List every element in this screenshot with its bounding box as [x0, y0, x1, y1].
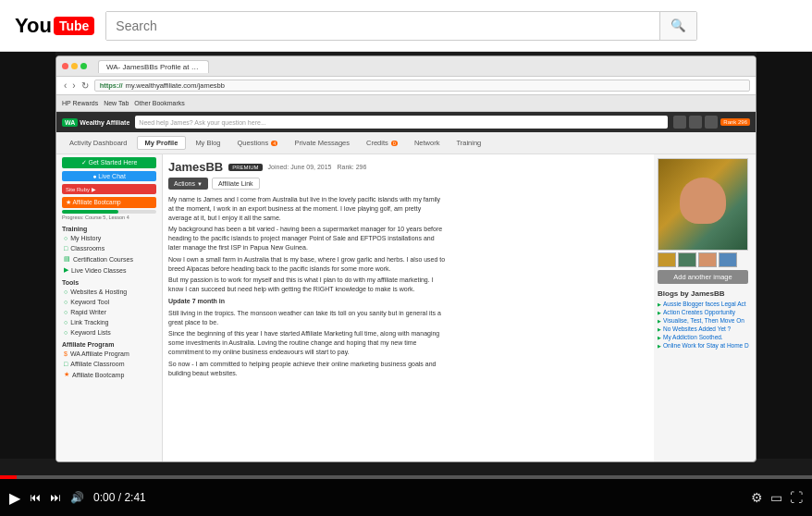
sidebar-affiliate-bootcamp-link[interactable]: ★Affiliate Bootcamp [56, 369, 162, 380]
blog-item-3[interactable]: Visualise, Test, Then Move On [658, 317, 752, 324]
profile-actions: Actions ▼ Affiliate Link [168, 178, 648, 190]
tab-training[interactable]: Training [449, 137, 488, 149]
wa-right-panel: Add another image Blogs by JamesBB Aussi… [654, 154, 756, 462]
profile-header: JamesBB PREMIUM Joined: June 09, 2015 Ra… [168, 160, 648, 174]
search-button[interactable]: 🔍 [659, 12, 696, 40]
profile-photo [658, 158, 748, 251]
tab-private-messages[interactable]: Private Messages [287, 137, 357, 149]
browser-tab[interactable]: WA- JamesBBs Profile at Wea... [98, 60, 209, 73]
sidebar-keyword-lists[interactable]: ○Keyword Lists [56, 327, 162, 338]
affiliate-link-label: Affiliate Link [218, 180, 253, 187]
wa-main-area: JamesBB PREMIUM Joined: June 09, 2015 Ra… [163, 154, 756, 462]
blog-item-1[interactable]: Aussie Blogger faces Legal Act [658, 301, 752, 307]
questions-badge: 4 [271, 141, 277, 146]
blog-1-label: Aussie Blogger faces Legal Act [663, 301, 746, 307]
sidebar-websites-hosting[interactable]: ○Websites & Hosting [56, 287, 162, 297]
tab-activity-dashboard[interactable]: Activity Dashboard [62, 137, 135, 149]
play-button[interactable]: ▶ [9, 489, 20, 507]
blog-item-5[interactable]: My Addiction Soothed. [658, 334, 752, 340]
bookmark-other-label: Other Bookmarks [134, 100, 184, 106]
blog-3-label: Visualise, Test, Then Move On [663, 317, 744, 324]
wa-rank-badge: Rank 296 [720, 118, 750, 126]
bio-p1: My name is James and I come from Austral… [168, 195, 446, 222]
profile-name: JamesBB [168, 160, 223, 174]
blog-item-6[interactable]: Online Work for Stay at Home D [658, 342, 752, 349]
blogs-title: Blogs by JamesBB [658, 289, 752, 298]
sidebar-wa-affiliate-program[interactable]: $WA Affiliate Program [56, 349, 162, 359]
wa-toolbar-icon-2[interactable] [689, 116, 702, 129]
sidebar-classrooms[interactable]: □Classrooms [56, 243, 162, 253]
blog-5-label: My Addiction Soothed. [663, 334, 723, 340]
progress-bar [62, 210, 156, 214]
settings-icon[interactable]: ⚙ [751, 490, 763, 505]
bookmark-hp-label: HP Rewards [62, 100, 98, 106]
youtube-logo[interactable]: You Tube [15, 14, 94, 38]
miniplayer-icon[interactable]: ▭ [770, 490, 782, 505]
sidebar-affiliate-bootcamp[interactable]: ★ Affiliate Bootcamp [62, 197, 156, 208]
video-container: WA- JamesBBs Profile at Wea... ‹ › ↻ htt… [0, 52, 812, 516]
tab-credits[interactable]: Credits 0 [359, 137, 405, 149]
tab-network[interactable]: Network [407, 137, 448, 149]
bookmark-other[interactable]: Other Bookmarks [134, 100, 184, 106]
add-image-button[interactable]: Add another image [658, 270, 748, 284]
blog-2-label: Action Creates Opportunity [663, 309, 735, 315]
tab-my-profile[interactable]: My Profile [137, 136, 187, 150]
photo-thumbnails [658, 252, 752, 267]
sidebar-site-ruby[interactable]: Site Ruby ▶ [62, 184, 156, 194]
sidebar-certification-courses[interactable]: ▤Certification Courses [56, 253, 162, 264]
bookmark-newtab[interactable]: New Tab [104, 100, 129, 106]
photo-thumb-1[interactable] [658, 252, 676, 267]
sidebar-link-tracking[interactable]: ○Link Tracking [56, 317, 162, 327]
prev-button[interactable]: ⏮ [30, 491, 41, 504]
photo-thumb-3[interactable] [698, 252, 717, 267]
logo-tube: Tube [54, 17, 94, 35]
next-button[interactable]: ⏭ [50, 491, 61, 504]
tab-questions[interactable]: Questions 4 [229, 137, 285, 149]
profile-joined: Joined: June 09, 2015 [268, 164, 332, 170]
url-bar[interactable]: https:// my.wealthyaffiliate.com/jamesbb [94, 80, 750, 92]
photo-thumb-2[interactable] [678, 252, 696, 267]
refresh-button[interactable]: ↻ [80, 80, 91, 91]
bio-p2: My background has been a bit varied - ha… [168, 225, 446, 252]
sidebar-live-chat[interactable]: ● Live Chat [62, 171, 156, 181]
sidebar-training-title: Training [56, 222, 162, 233]
close-dot[interactable] [62, 63, 68, 69]
maximize-dot[interactable] [80, 63, 87, 69]
sidebar-tools-title: Tools [56, 276, 162, 287]
bio-update-title: Update 7 month in [168, 297, 446, 306]
back-button[interactable]: ‹ [62, 80, 68, 91]
wa-search-bar[interactable]: Need help James? Ask your question here.… [135, 116, 668, 129]
sidebar-live-video[interactable]: ▶Live Video Classes [56, 264, 162, 276]
sidebar-affiliate-classroom[interactable]: □Affiliate Classroom [56, 359, 162, 369]
fullscreen-icon[interactable]: ⛶ [790, 490, 803, 505]
blog-item-4[interactable]: No Websites Added Yet ? [658, 326, 752, 332]
profile-bio: My name is James and I come from Austral… [168, 195, 446, 377]
sidebar-keyword-tool[interactable]: ○Keyword Tool [56, 297, 162, 307]
credits-badge: 0 [391, 141, 398, 146]
actions-button[interactable]: Actions ▼ [168, 178, 208, 190]
search-input[interactable] [106, 12, 659, 40]
sidebar-get-started[interactable]: ✓ Get Started Here [62, 157, 156, 168]
wa-toolbar-icon-1[interactable] [673, 116, 686, 129]
sidebar-rapid-writer[interactable]: ○Rapid Writer [56, 307, 162, 317]
profile-rank: Rank: 296 [338, 164, 367, 170]
browser-screenshot: WA- JamesBBs Profile at Wea... ‹ › ↻ htt… [55, 55, 757, 462]
bookmark-hp[interactable]: HP Rewards [62, 100, 98, 106]
photo-thumb-4[interactable] [719, 252, 737, 267]
bio-p3: Now I own a small farm in Australia that… [168, 255, 446, 274]
bio-p4: But my passion is to work for myself and… [168, 276, 446, 294]
forward-button[interactable]: › [70, 80, 77, 91]
wa-logo[interactable]: WA Wealthy Affiliate [62, 118, 129, 127]
blog-item-2[interactable]: Action Creates Opportunity [658, 309, 752, 315]
dark-border-right [757, 52, 812, 459]
profile-face [680, 178, 726, 224]
affiliate-link-button[interactable]: Affiliate Link [212, 178, 260, 190]
sidebar-my-history[interactable]: ○My History [56, 233, 162, 243]
browser-chrome: WA- JamesBBs Profile at Wea... [56, 56, 756, 77]
video-progress-track[interactable] [0, 475, 812, 479]
tab-my-blog[interactable]: My Blog [188, 137, 228, 149]
minimize-dot[interactable] [71, 63, 78, 69]
time-current: 0:00 [93, 491, 115, 504]
volume-button[interactable]: 🔊 [70, 491, 84, 504]
wa-toolbar-icon-3[interactable] [705, 116, 718, 129]
